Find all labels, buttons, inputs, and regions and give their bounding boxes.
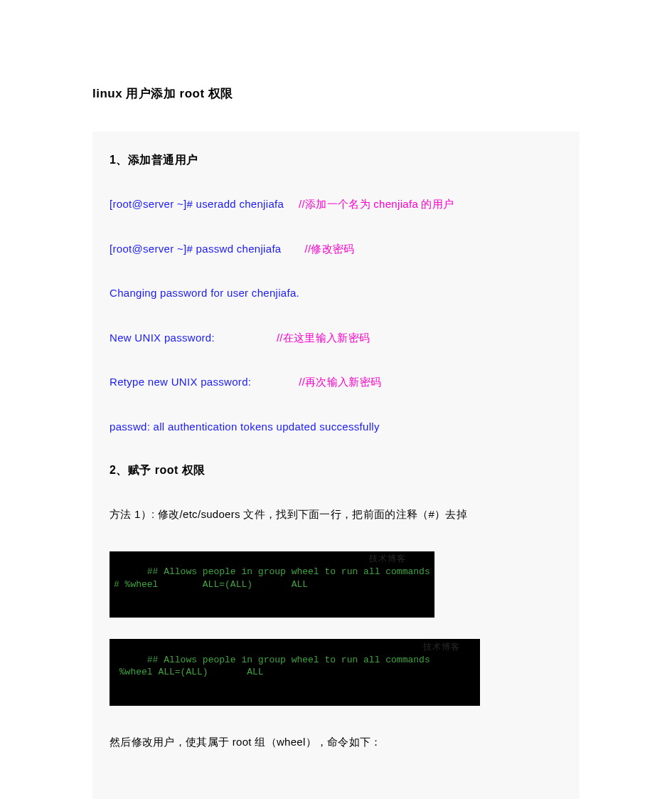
cmd-text: New UNIX password: (110, 332, 215, 344)
section2-heading: 2、赋予 root 权限 (110, 463, 562, 478)
terminal-text: ## Allows people in group wheel to run a… (114, 566, 430, 590)
content-block: 1、添加普通用户 [root@server ~]# useradd chenji… (92, 132, 580, 799)
watermark-text: 技术博客 (369, 553, 406, 564)
cmd-text: [root@server ~]# passwd chenjiafa (110, 243, 282, 255)
output-success: passwd: all authentication tokens update… (110, 419, 562, 435)
prompt-retype-password: Retype new UNIX password: //再次输入新密码 (110, 374, 562, 391)
output-text: Changing password for user chenjiafa. (110, 287, 299, 299)
cmd-line-useradd: [root@server ~]# useradd chenjiafa //添加一… (110, 196, 562, 213)
cmd-comment: //修改密码 (304, 243, 354, 255)
cmd-text: Retype new UNIX password: (110, 376, 251, 388)
prompt-new-password: New UNIX password: //在这里输入新密码 (110, 330, 562, 346)
document-page: linux 用户添加 root 权限 1、添加普通用户 [root@server… (0, 0, 672, 799)
output-changing-password: Changing password for user chenjiafa. (110, 285, 562, 302)
cmd-comment: //添加一个名为 chenjiafa 的用户 (299, 198, 454, 210)
cmd-line-passwd: [root@server ~]# passwd chenjiafa //修改密码 (110, 241, 562, 258)
cmd-text: [root@server ~]# useradd chenjiafa (110, 198, 284, 210)
method1-text: 方法 1）: 修改/etc/sudoers 文件，找到下面一行，把前面的注释（#… (110, 507, 562, 523)
watermark-text: 技术博客 (423, 641, 460, 652)
output-text: passwd: all authentication tokens update… (110, 420, 380, 433)
terminal-text: ## Allows people in group wheel to run a… (114, 655, 430, 678)
cmd-comment: //再次输入新密码 (299, 376, 381, 388)
terminal-screenshot-1: ## Allows people in group wheel to run a… (110, 551, 434, 618)
cmd-comment: //在这里输入新密码 (277, 332, 370, 344)
section1-heading: 1、添加普通用户 (110, 153, 562, 168)
page-title: linux 用户添加 root 权限 (92, 85, 580, 102)
method1-followup: 然后修改用户，使其属于 root 组（wheel），命令如下： (110, 734, 562, 751)
terminal-screenshot-2: ## Allows people in group wheel to run a… (110, 639, 480, 706)
